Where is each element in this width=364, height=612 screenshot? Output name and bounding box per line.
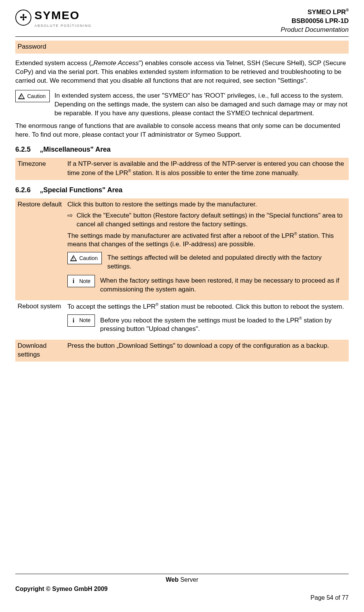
caution-box: ! Caution: [67, 252, 102, 264]
note-label: Note: [79, 278, 91, 285]
table-row: Restore default Click this button to res…: [15, 198, 349, 300]
section-6-2-6-heading: 6.2.6„Special Functions" Area: [15, 185, 349, 195]
reboot-note-text: Before you reboot the system the setting…: [100, 314, 346, 334]
restore-note-row: i Note When the factory settings have be…: [67, 275, 346, 294]
hdr-title2: BSB00056 LPR-1D: [292, 17, 349, 25]
info-icon: i: [70, 316, 77, 325]
page-header: ✢ SYMEO ABSOLUTE POSITIONING SYMEO LPR® …: [15, 8, 349, 37]
reboot-p1: To accept the settings the LPR® station …: [67, 302, 346, 311]
restore-p1: Click this button to restore the setting…: [67, 200, 346, 209]
timezone-label: Timezone: [15, 158, 65, 180]
hdr-title3: Product Documentation: [281, 26, 349, 34]
special-functions-table: Restore default Click this button to res…: [15, 198, 349, 362]
caution-box: ! Caution: [15, 90, 50, 102]
logo-block: ✢ SYMEO ABSOLUTE POSITIONING: [15, 8, 92, 28]
note-label: Note: [79, 317, 91, 324]
caution-row-1: ! Caution In extended system access, the…: [15, 90, 349, 118]
reboot-note-row: i Note Before you reboot the system the …: [67, 314, 346, 334]
table-row: Download settings Press the button „Down…: [15, 340, 349, 362]
info-icon: i: [70, 277, 77, 285]
caution-label: Caution: [27, 93, 46, 100]
timezone-text: If a NTP-server is available and the IP-…: [65, 158, 349, 180]
restore-label: Restore default: [15, 198, 65, 300]
restore-cell: Click this button to restore the setting…: [65, 198, 349, 300]
logo-icon: ✢: [15, 10, 31, 26]
hdr-title1: SYMEO LPR: [308, 8, 346, 16]
page-footer: Web Server Copyright © Symeo GmbH 2009 P…: [15, 574, 349, 602]
restore-p2: The settings made by manufacturer are ac…: [67, 231, 346, 249]
restore-caution-row: ! Caution The settings affected will be …: [67, 252, 346, 271]
reboot-cell: To accept the settings the LPR® station …: [65, 300, 349, 340]
footer-section: Web Server: [15, 576, 349, 584]
table-row: Password: [15, 41, 349, 54]
download-text: Press the button „Download Settings" to …: [65, 340, 349, 362]
password-value: [65, 41, 349, 54]
caution-label: Caution: [79, 255, 98, 262]
footer-copyright: Copyright © Symeo GmbH 2009: [15, 585, 108, 593]
caution-text: In extended system access, the user "SYM…: [54, 90, 349, 118]
warning-triangle-icon: !: [18, 93, 25, 99]
table-row: Reboot system To accept the settings the…: [15, 300, 349, 340]
password-table: Password: [15, 41, 349, 54]
logo-tagline: ABSOLUTE POSITIONING: [34, 23, 92, 28]
note-box: i Note: [67, 275, 95, 287]
paragraph-console-range: The enormous range of functions that are…: [15, 122, 349, 139]
footer-page: Page 54 of 77: [310, 594, 349, 602]
restore-note-text: When the factory settings have been rest…: [100, 275, 346, 294]
restore-caution-text: The settings affected will be deleted an…: [107, 252, 346, 271]
paragraph-remote-access: Extended system access („Remote Access")…: [15, 59, 349, 85]
section-6-2-5-heading: 6.2.5„Miscellaneous" Area: [15, 145, 349, 154]
timezone-table: Timezone If a NTP-server is available an…: [15, 158, 349, 180]
password-label: Password: [15, 41, 65, 54]
reboot-label: Reboot system: [15, 300, 65, 340]
restore-bullet: Click the "Execute" button (Restore fact…: [77, 211, 346, 229]
warning-triangle-icon: !: [70, 255, 77, 261]
arrow-icon: ⇨: [67, 211, 73, 229]
note-box: i Note: [67, 314, 95, 327]
logo-name: SYMEO: [34, 8, 92, 23]
table-row: Timezone If a NTP-server is available an…: [15, 158, 349, 180]
header-right: SYMEO LPR® BSB00056 LPR-1D Product Docum…: [281, 8, 349, 34]
download-label: Download settings: [15, 340, 65, 362]
